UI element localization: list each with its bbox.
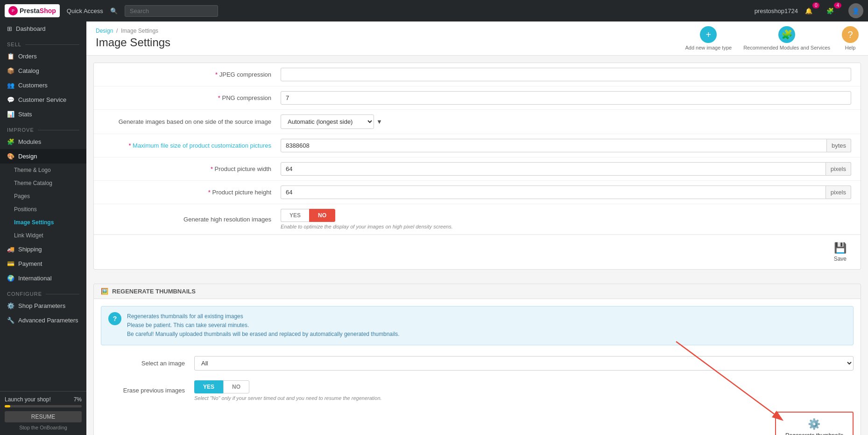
sidebar-item-international[interactable]: 🌍 International <box>0 271 86 285</box>
sidebar-item-design[interactable]: 🎨 Design <box>0 149 86 164</box>
page-title: Image Settings <box>96 36 170 49</box>
sidebar-item-customers[interactable]: 👥 Customers <box>0 78 86 93</box>
sidebar-item-customer-service[interactable]: 💬 Customer Service <box>0 93 86 107</box>
info-line3: Be careful! Manually uploaded thumbnails… <box>127 330 400 339</box>
sidebar-item-modules[interactable]: 🧩 Modules <box>0 135 86 149</box>
sidebar-item-catalog[interactable]: 📦 Catalog <box>0 64 86 78</box>
sidebar: ⊞ Dashboard SELL 📋 Orders 📦 Catalog 👥 Cu… <box>0 21 86 435</box>
bell-icon[interactable]: 🔔0 <box>805 7 820 14</box>
product-height-row: Product picture height pixels <box>94 181 861 204</box>
regenerate-thumbnails-button[interactable]: ⚙️ Regenerate thumbnails <box>775 412 854 435</box>
sidebar-sub-label: Link Widget <box>14 232 43 239</box>
sidebar-item-dashboard[interactable]: ⊞ Dashboard <box>0 21 86 36</box>
search-icon[interactable]: 🔍 <box>110 7 118 14</box>
resume-button[interactable]: RESUME <box>5 411 82 422</box>
high-res-row: Generate high resolution images YES NO E… <box>94 204 861 235</box>
sidebar-item-orders[interactable]: 📋 Orders <box>0 49 86 64</box>
progress-fill <box>5 405 10 407</box>
max-file-size-row: Maximum file size of product customizati… <box>94 134 861 157</box>
jpeg-compression-row: JPEG compression <box>94 63 861 86</box>
avatar[interactable]: 👤 <box>848 3 863 18</box>
stop-onboarding-link[interactable]: Stop the OnBoarding <box>5 425 82 430</box>
erase-hint: Select "No" only if your server timed ou… <box>194 395 382 401</box>
help-button[interactable]: ? Help <box>842 26 859 50</box>
sidebar-sub-label: Theme & Logo <box>14 167 51 173</box>
sidebar-item-stats[interactable]: 📊 Stats <box>0 107 86 121</box>
product-height-unit: pixels <box>826 185 851 199</box>
image-settings-form: JPEG compression PNG compression Generat… <box>93 63 861 270</box>
sidebar-sub-label: Pages <box>14 193 30 200</box>
product-height-input[interactable] <box>281 185 826 199</box>
breadcrumb-current: Image Settings <box>121 28 158 34</box>
select-image-select[interactable]: All Products Categories Manufacturers Su… <box>194 356 854 371</box>
sidebar-section-configure: CONFIGURE <box>0 285 86 299</box>
sidebar-item-label: International <box>18 275 52 282</box>
quick-access-link[interactable]: Quick Access <box>67 7 103 14</box>
content-header: Design / Image Settings Image Settings +… <box>86 21 868 56</box>
logo[interactable]: P PrestaShop <box>5 4 60 17</box>
recommended-modules-button[interactable]: 🧩 Recommended Modules and Services <box>743 26 830 50</box>
sidebar-item-shop-parameters[interactable]: ⚙️ Shop Parameters <box>0 299 86 313</box>
international-icon: 🌍 <box>7 275 14 282</box>
sidebar-item-label: Advanced Parameters <box>18 317 78 324</box>
select-image-label: Select an image <box>101 360 194 367</box>
add-icon: + <box>700 26 717 43</box>
sidebar-item-link-widget[interactable]: Link Widget <box>0 229 86 242</box>
erase-no-button[interactable]: NO <box>223 380 249 393</box>
sidebar-item-advanced-parameters[interactable]: 🔧 Advanced Parameters <box>0 313 86 328</box>
search-input[interactable] <box>125 5 218 17</box>
add-image-label: Add new image type <box>685 45 732 50</box>
shop-params-icon: ⚙️ <box>7 302 14 309</box>
sidebar-section-sell: SELL <box>0 36 86 49</box>
main-layout: ⊞ Dashboard SELL 📋 Orders 📦 Catalog 👥 Cu… <box>0 21 868 435</box>
sidebar-item-label: Catalog <box>18 67 39 74</box>
recommended-label: Recommended Modules and Services <box>743 45 830 50</box>
username-label: prestoshop1724 <box>755 7 798 14</box>
nav-right: prestoshop1724 🔔0 🧩4 👤 <box>755 3 863 18</box>
sidebar-sub-label: Theme Catalog <box>14 180 52 186</box>
logo-text-brand: Shop <box>40 7 56 14</box>
png-compression-label: PNG compression <box>103 94 281 101</box>
sidebar-item-image-settings[interactable]: Image Settings <box>0 216 86 229</box>
generate-images-select[interactable]: Automatic (longest side) <box>281 114 374 129</box>
sidebar-item-label: Design <box>18 153 37 160</box>
svg-text:P: P <box>12 8 14 13</box>
high-res-yes-button[interactable]: YES <box>281 209 309 222</box>
png-compression-input[interactable] <box>281 91 851 105</box>
sidebar-item-shipping[interactable]: 🚚 Shipping <box>0 242 86 257</box>
puzzle-badge: 4 <box>834 2 841 8</box>
info-text: Regenerates thumbnails for all existing … <box>127 312 400 339</box>
save-button[interactable]: 💾 Save <box>829 240 851 264</box>
product-width-input-wrap: pixels <box>281 162 851 176</box>
sidebar-item-pages[interactable]: Pages <box>0 190 86 203</box>
puzzle-icon[interactable]: 🧩4 <box>826 7 841 14</box>
product-width-unit: pixels <box>826 162 851 176</box>
sidebar-item-positions[interactable]: Positions <box>0 203 86 216</box>
sidebar-item-payment[interactable]: 💳 Payment <box>0 257 86 271</box>
save-label: Save <box>834 256 847 262</box>
high-res-toggle-wrap: YES NO Enable to optimize the display of… <box>281 209 453 229</box>
payment-icon: 💳 <box>7 260 14 267</box>
regen-btn-label: Regenerate thumbnails <box>785 432 843 435</box>
sidebar-section-improve: IMPROVE <box>0 121 86 135</box>
png-compression-input-wrap <box>281 91 851 105</box>
progress-bar <box>5 405 82 407</box>
catalog-icon: 📦 <box>7 67 14 74</box>
info-line2: Please be patient. This can take several… <box>127 321 400 330</box>
sidebar-item-theme-catalog[interactable]: Theme Catalog <box>0 177 86 190</box>
max-file-size-input[interactable] <box>281 139 827 152</box>
add-image-type-button[interactable]: + Add new image type <box>685 26 732 50</box>
high-res-no-button[interactable]: NO <box>309 209 335 222</box>
png-compression-row: PNG compression <box>94 86 861 110</box>
sidebar-item-label: Modules <box>18 138 41 145</box>
sidebar-item-theme-logo[interactable]: Theme & Logo <box>0 164 86 177</box>
bell-badge: 0 <box>812 2 820 8</box>
stats-icon: 📊 <box>7 111 14 118</box>
sidebar-item-label: Shop Parameters <box>18 302 65 309</box>
logo-text-pre: Presta <box>20 7 40 14</box>
sidebar-item-label: Shipping <box>18 246 42 253</box>
jpeg-compression-input[interactable] <box>281 68 851 81</box>
product-width-input[interactable] <box>281 162 826 176</box>
erase-yes-button[interactable]: YES <box>194 380 223 393</box>
breadcrumb-design[interactable]: Design <box>96 28 113 34</box>
